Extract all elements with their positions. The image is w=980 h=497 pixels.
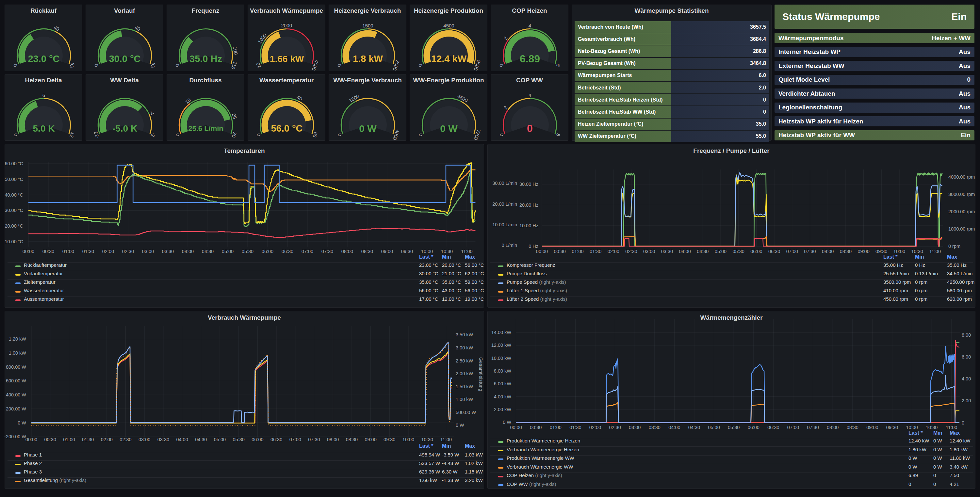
svg-text:2: 2 (503, 35, 509, 41)
svg-text:0: 0 (336, 63, 343, 67)
svg-text:4: 4 (528, 23, 531, 29)
svg-text:0: 0 (498, 133, 505, 137)
svg-text:35.0 Hz: 35.0 Hz (189, 54, 222, 64)
svg-text:0: 0 (13, 133, 19, 137)
svg-text:25.6 L/min: 25.6 L/min (188, 124, 223, 133)
svg-text:0: 0 (417, 133, 424, 137)
svg-text:0: 0 (175, 133, 181, 137)
svg-text:12.4 kW: 12.4 kW (431, 54, 467, 64)
svg-text:4000: 4000 (311, 59, 320, 71)
svg-text:0 W: 0 W (359, 123, 377, 134)
svg-text:0: 0 (13, 63, 19, 67)
svg-text:4500: 4500 (443, 23, 454, 29)
svg-text:5.0 K: 5.0 K (33, 124, 55, 133)
svg-text:0: 0 (527, 122, 533, 134)
svg-text:7200: 7200 (473, 129, 482, 141)
svg-text:8: 8 (555, 63, 562, 67)
svg-text:0: 0 (175, 63, 181, 67)
svg-text:56.0 °C: 56.0 °C (271, 123, 302, 133)
svg-text:3000: 3000 (392, 59, 401, 71)
svg-text:6: 6 (43, 92, 45, 98)
svg-text:30.0 °C: 30.0 °C (109, 54, 140, 64)
svg-text:4: 4 (528, 92, 531, 98)
svg-text:1.8 kW: 1.8 kW (353, 54, 383, 64)
svg-text:-5.0 K: -5.0 K (112, 124, 137, 133)
svg-text:2000: 2000 (281, 22, 292, 28)
svg-text:4000: 4000 (392, 129, 401, 141)
svg-text:2: 2 (503, 105, 509, 110)
svg-text:9000: 9000 (473, 59, 482, 71)
svg-text:1500: 1500 (362, 23, 373, 29)
svg-text:-2: -2 (150, 132, 156, 138)
svg-text:0: 0 (94, 63, 100, 67)
svg-text:1.66 kW: 1.66 kW (270, 54, 304, 64)
svg-text:0 W: 0 W (440, 123, 458, 134)
svg-text:8: 8 (555, 133, 562, 137)
svg-text:0: 0 (255, 133, 262, 137)
svg-text:6.89: 6.89 (520, 53, 540, 65)
svg-text:0: 0 (498, 63, 505, 67)
svg-text:100: 100 (232, 46, 239, 55)
svg-text:0: 0 (336, 133, 343, 137)
svg-text:0: 0 (417, 63, 424, 67)
svg-text:23.0 °C: 23.0 °C (28, 54, 59, 64)
